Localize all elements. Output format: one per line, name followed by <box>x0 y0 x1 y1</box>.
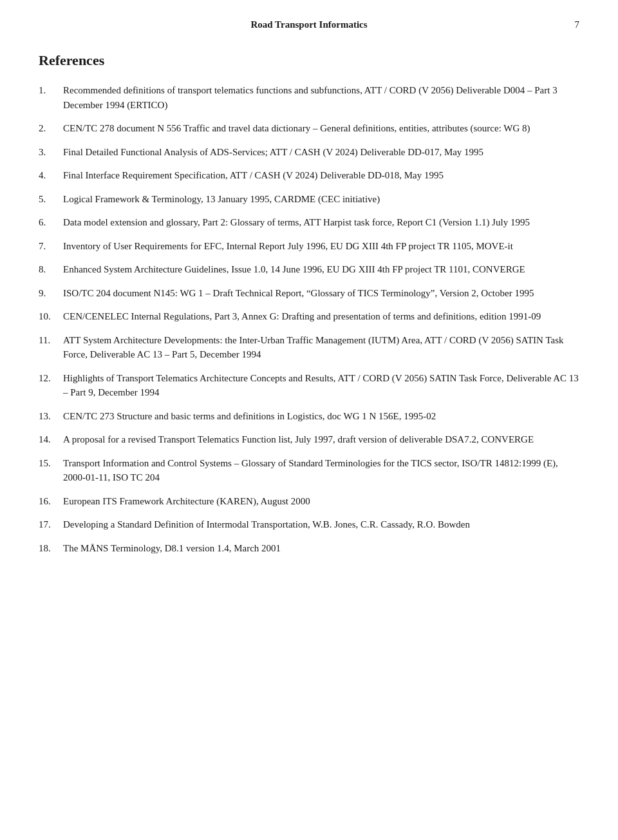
list-item: 18.The MÅNS Terminology, D8.1 version 1.… <box>39 541 579 556</box>
list-item: 15.Transport Information and Control Sys… <box>39 456 579 485</box>
ref-text: A proposal for a revised Transport Telem… <box>63 432 534 447</box>
ref-text: Developing a Standard Definition of Inte… <box>63 517 470 532</box>
list-item: 2.CEN/TC 278 document N 556 Traffic and … <box>39 121 579 136</box>
ref-text: Final Detailed Functional Analysis of AD… <box>63 145 483 160</box>
ref-text: The MÅNS Terminology, D8.1 version 1.4, … <box>63 541 281 556</box>
ref-number: 15. <box>39 456 63 485</box>
ref-number: 7. <box>39 239 63 254</box>
reference-list: 1.Recommended definitions of transport t… <box>39 83 579 555</box>
list-item: 11.ATT System Architecture Developments:… <box>39 333 579 362</box>
ref-text: European ITS Framework Architecture (KAR… <box>63 494 310 509</box>
list-item: 3.Final Detailed Functional Analysis of … <box>39 145 579 160</box>
list-item: 9.ISO/TC 204 document N145: WG 1 – Draft… <box>39 286 579 301</box>
ref-number: 13. <box>39 409 63 424</box>
ref-text: Highlights of Transport Telematics Archi… <box>63 371 579 400</box>
ref-number: 14. <box>39 432 63 447</box>
page-header: Road Transport Informatics 7 <box>39 19 579 33</box>
list-item: 6.Data model extension and glossary, Par… <box>39 215 579 230</box>
ref-text: ISO/TC 204 document N145: WG 1 – Draft T… <box>63 286 534 301</box>
ref-number: 16. <box>39 494 63 509</box>
list-item: 4.Final Interface Requirement Specificat… <box>39 168 579 183</box>
list-item: 7.Inventory of User Requirements for EFC… <box>39 239 579 254</box>
list-item: 8.Enhanced System Architecture Guideline… <box>39 262 579 277</box>
ref-text: CEN/CENELEC Internal Regulations, Part 3… <box>63 309 541 324</box>
list-item: 1.Recommended definitions of transport t… <box>39 83 579 112</box>
ref-number: 9. <box>39 286 63 301</box>
list-item: 16.European ITS Framework Architecture (… <box>39 494 579 509</box>
header-title: Road Transport Informatics <box>250 19 367 30</box>
ref-text: Data model extension and glossary, Part … <box>63 215 530 230</box>
ref-text: Logical Framework & Terminology, 13 Janu… <box>63 192 380 207</box>
ref-number: 12. <box>39 371 63 400</box>
ref-text: CEN/TC 273 Structure and basic terms and… <box>63 409 436 424</box>
list-item: 14.A proposal for a revised Transport Te… <box>39 432 579 447</box>
ref-text: Transport Information and Control System… <box>63 456 579 485</box>
ref-number: 6. <box>39 215 63 230</box>
ref-text: Final Interface Requirement Specificatio… <box>63 168 444 183</box>
ref-number: 1. <box>39 83 63 112</box>
ref-number: 17. <box>39 517 63 532</box>
list-item: 17.Developing a Standard Definition of I… <box>39 517 579 532</box>
ref-number: 5. <box>39 192 63 207</box>
list-item: 12.Highlights of Transport Telematics Ar… <box>39 371 579 400</box>
ref-number: 8. <box>39 262 63 277</box>
list-item: 10.CEN/CENELEC Internal Regulations, Par… <box>39 309 579 324</box>
ref-number: 3. <box>39 145 63 160</box>
ref-text: Recommended definitions of transport tel… <box>63 83 579 112</box>
ref-number: 2. <box>39 121 63 136</box>
list-item: 5.Logical Framework & Terminology, 13 Ja… <box>39 192 579 207</box>
section-heading: References <box>39 52 579 69</box>
ref-text: Enhanced System Architecture Guidelines,… <box>63 262 525 277</box>
ref-number: 11. <box>39 333 63 362</box>
list-item: 13.CEN/TC 273 Structure and basic terms … <box>39 409 579 424</box>
ref-number: 10. <box>39 309 63 324</box>
page-number: 7 <box>575 19 580 30</box>
ref-text: Inventory of User Requirements for EFC, … <box>63 239 513 254</box>
ref-number: 18. <box>39 541 63 556</box>
ref-text: ATT System Architecture Developments: th… <box>63 333 579 362</box>
ref-number: 4. <box>39 168 63 183</box>
ref-text: CEN/TC 278 document N 556 Traffic and tr… <box>63 121 530 136</box>
